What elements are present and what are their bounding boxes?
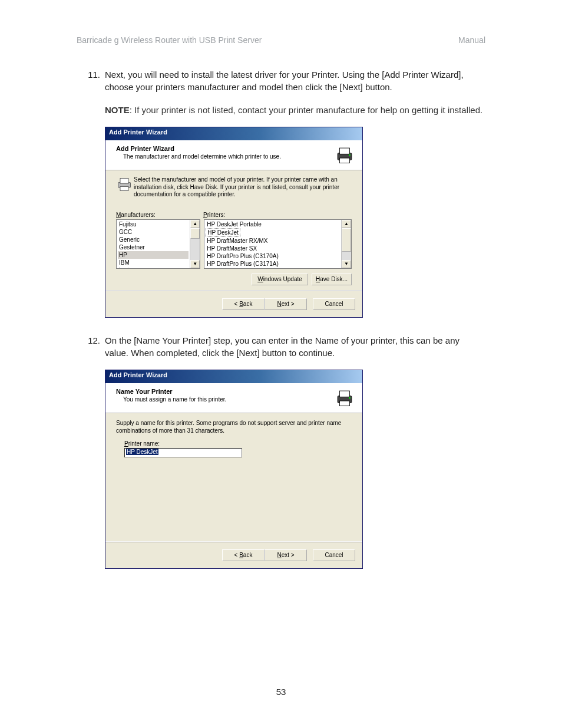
printers-listbox[interactable]: HP DeskJet Portable HP DeskJet HP DraftM…	[204, 219, 352, 269]
cancel-button[interactable]: Cancel	[313, 549, 355, 561]
list-item[interactable]: HP LaserJet 1100 (MS)	[206, 268, 340, 268]
list-item[interactable]: HP DraftPro Plus (C3170A)	[206, 252, 340, 260]
printer-icon	[334, 145, 355, 165]
svg-rect-9	[340, 401, 350, 406]
page-number: 53	[77, 687, 485, 697]
dialog-titlebar: Add Printer Wizard	[105, 370, 362, 383]
list-item[interactable]: IBM	[118, 259, 189, 266]
back-button[interactable]: < Back	[222, 549, 265, 561]
svg-rect-1	[340, 148, 350, 154]
windows-update-button[interactable]: Windows Update	[252, 274, 308, 285]
list-item[interactable]: HP DraftPro Plus (C3171A)	[206, 260, 340, 268]
wizard-info-text: Select the manufacturer and model of you…	[134, 176, 352, 199]
wizard-heading: Add Printer Wizard	[116, 145, 334, 152]
back-button[interactable]: < Back	[222, 298, 265, 310]
note-label: NOTE	[105, 105, 130, 115]
next-button[interactable]: Next >	[265, 298, 307, 310]
printer-name-input[interactable]: HP DeskJet	[124, 448, 242, 457]
svg-point-10	[349, 397, 351, 398]
step-11-text: Next, you will need to install the lates…	[105, 68, 485, 93]
svg-rect-6	[120, 187, 128, 191]
svg-rect-8	[340, 391, 350, 397]
list-item[interactable]: HP DraftMaster SX	[206, 245, 340, 252]
list-item[interactable]: HP DraftMaster RX/MX	[206, 237, 340, 245]
step-12-number: 12.	[77, 334, 105, 359]
next-button[interactable]: Next >	[265, 549, 307, 561]
scroll-down-icon[interactable]: ▼	[342, 260, 351, 268]
header-right: Manual	[458, 35, 485, 45]
list-item[interactable]: Fujitsu	[118, 220, 189, 228]
dialog-titlebar: Add Printer Wizard	[105, 127, 362, 140]
printer-icon	[334, 388, 355, 408]
list-item-selected[interactable]: HP DeskJet	[206, 228, 240, 237]
svg-point-3	[349, 154, 351, 156]
scrollbar[interactable]: ▲ ▼	[190, 220, 200, 268]
manufacturers-listbox[interactable]: Fujitsu GCC Generic Gestetner HP IBM Iwa…	[116, 219, 200, 269]
wizard-heading: Name Your Printer	[116, 388, 334, 395]
cancel-button[interactable]: Cancel	[313, 298, 355, 310]
scroll-down-icon[interactable]: ▼	[190, 260, 200, 268]
wizard-subheading: You must assign a name for this printer.	[116, 395, 334, 403]
printer-small-icon	[116, 176, 134, 193]
add-printer-wizard-dialog-2: Add Printer Wizard Name Your Printer You…	[105, 370, 363, 569]
manufacturers-label: Manufacturers:	[116, 212, 203, 218]
wizard-subheading: The manufacturer and model determine whi…	[116, 152, 334, 160]
step-11-number: 11.	[77, 68, 105, 93]
scroll-up-icon[interactable]: ▲	[190, 220, 200, 228]
header-left: Barricade g Wireless Router with USB Pri…	[77, 35, 262, 45]
svg-rect-5	[120, 179, 128, 184]
printer-name-label: Printer name:	[124, 440, 352, 447]
scroll-up-icon[interactable]: ▲	[342, 220, 351, 228]
list-item[interactable]: Iwatsu	[118, 266, 189, 268]
have-disk-button[interactable]: Have Disk...	[312, 274, 352, 285]
note-text: : If your printer is not listed, contact…	[130, 105, 482, 115]
supply-name-text: Supply a name for this printer. Some pro…	[116, 419, 352, 434]
svg-rect-2	[340, 158, 350, 163]
list-item[interactable]: GCC	[118, 228, 189, 236]
scrollbar[interactable]: ▲ ▼	[341, 220, 351, 268]
list-item[interactable]: Gestetner	[118, 243, 189, 251]
printers-label: Printers:	[203, 212, 225, 218]
list-item[interactable]: HP DeskJet Portable	[206, 220, 340, 228]
add-printer-wizard-dialog-1: Add Printer Wizard Add Printer Wizard Th…	[105, 127, 363, 318]
scroll-thumb[interactable]	[342, 228, 351, 252]
list-item[interactable]: Generic	[118, 236, 189, 243]
step-12-text: On the [Name Your Printer] step, you can…	[105, 334, 485, 359]
list-item-selected[interactable]: HP	[118, 251, 189, 259]
scroll-thumb[interactable]	[190, 228, 200, 239]
